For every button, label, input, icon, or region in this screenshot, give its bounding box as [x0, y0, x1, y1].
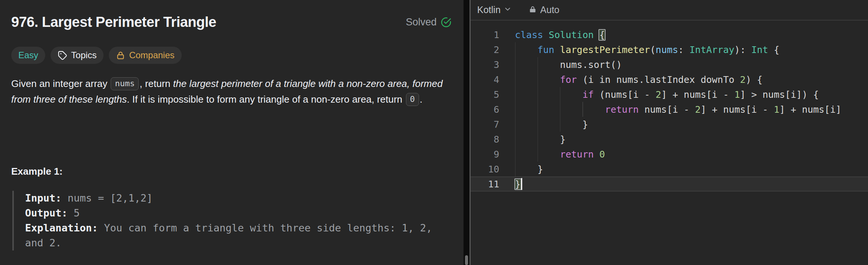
companies-button[interactable]: Companies — [109, 47, 181, 64]
line-number: 7 — [471, 119, 499, 130]
tag-icon — [58, 50, 67, 60]
description-text: , return — [139, 78, 173, 89]
example-input-value: nums = [2,1,2] — [62, 192, 153, 204]
indent-guide — [582, 102, 583, 117]
line-number: 9 — [471, 149, 499, 160]
code-lines: 1class Solution {2 fun largestPerimeter(… — [471, 27, 868, 191]
status-label: Solved — [406, 16, 437, 28]
page-title: 976. Largest Perimeter Triangle — [11, 14, 216, 30]
problem-description: Given an integer array nums, return the … — [11, 76, 457, 107]
code-editor[interactable]: 1class Solution {2 fun largestPerimeter(… — [471, 21, 868, 265]
code-text: } — [515, 134, 566, 145]
code-line[interactable]: 10 } — [471, 162, 868, 177]
line-number: 2 — [471, 44, 499, 55]
code-text: return 0 — [515, 149, 605, 160]
code-text: } — [515, 164, 543, 175]
code-text: return nums[i - 2] + nums[i - 1] + nums[… — [515, 104, 841, 115]
scrollbar-thumb[interactable] — [465, 255, 468, 265]
example-heading: Example 1: — [11, 166, 62, 177]
indent-guide — [560, 102, 561, 117]
topics-button[interactable]: Topics — [50, 47, 104, 64]
line-number: 10 — [471, 164, 499, 175]
lock-icon — [529, 4, 536, 15]
line-number: 4 — [471, 74, 499, 85]
language-selector[interactable]: Kotlin — [477, 4, 512, 15]
indent-guide — [538, 57, 538, 72]
indent-guide — [515, 42, 516, 57]
code-line[interactable]: 1class Solution { — [471, 27, 868, 42]
inline-code-zero: 0 — [406, 93, 419, 106]
code-text: for (i in nums.lastIndex downTo 2) { — [515, 74, 763, 85]
indent-guide — [538, 147, 538, 162]
problem-panel: 976. Largest Perimeter Triangle Solved E… — [0, 0, 464, 265]
chevron-down-icon — [504, 4, 512, 15]
tags-row: Easy Topics Companies — [11, 47, 182, 64]
code-text: if (nums[i - 2] + nums[i - 1] > nums[i])… — [515, 89, 819, 100]
indent-guide — [515, 147, 516, 162]
code-line[interactable]: 3 nums.sort() — [471, 57, 868, 72]
inline-code-nums: nums — [111, 77, 139, 90]
difficulty-label: Easy — [18, 50, 38, 60]
lock-icon — [116, 51, 125, 60]
status-badge[interactable]: Solved — [406, 16, 452, 28]
indent-guide — [560, 117, 561, 132]
problem-header: 976. Largest Perimeter Triangle Solved — [11, 14, 452, 30]
editor-panel: Kotlin Auto 1class Solution {2 fun large… — [471, 0, 868, 265]
companies-label: Companies — [129, 50, 174, 60]
language-label: Kotlin — [477, 4, 501, 15]
code-text: nums.sort() — [515, 59, 622, 70]
indent-guide — [538, 117, 538, 132]
difficulty-badge-easy[interactable]: Easy — [11, 47, 45, 64]
editor-header: Kotlin Auto — [471, 0, 868, 21]
indent-guide — [515, 132, 516, 147]
code-text: } — [515, 119, 588, 130]
indent-guide — [538, 87, 538, 102]
description-text: Given an integer array — [11, 78, 110, 89]
code-line[interactable]: 8 } — [471, 132, 868, 147]
panel-gutter — [464, 0, 470, 265]
example-explanation-label: Explanation: — [25, 222, 98, 234]
description-text: . If it is impossible to form any triang… — [127, 94, 405, 105]
code-line[interactable]: 4 for (i in nums.lastIndex downTo 2) { — [471, 72, 868, 87]
check-circle-icon — [441, 17, 452, 28]
code-text: class Solution { — [515, 29, 605, 40]
indent-guide — [515, 102, 516, 117]
line-number: 1 — [471, 29, 499, 40]
code-line[interactable]: 7 } — [471, 117, 868, 132]
code-line[interactable]: 2 fun largestPerimeter(nums: IntArray): … — [471, 42, 868, 57]
indent-guide — [515, 117, 516, 132]
code-line[interactable]: 9 return 0 — [471, 147, 868, 162]
example-output-value: 5 — [68, 207, 80, 219]
indent-guide — [560, 87, 561, 102]
code-line[interactable]: 11} — [471, 177, 868, 191]
line-number: 6 — [471, 104, 499, 115]
line-number: 11 — [471, 179, 499, 190]
example-output-label: Output: — [25, 207, 68, 219]
description-text: . — [420, 94, 422, 105]
auto-mode-toggle[interactable]: Auto — [529, 4, 559, 15]
example-block: Input: nums = [2,1,2] Output: 5 Explanat… — [12, 191, 453, 250]
line-number: 3 — [471, 59, 499, 70]
indent-guide — [538, 72, 538, 87]
indent-guide — [538, 102, 538, 117]
line-number: 8 — [471, 134, 499, 145]
indent-guide — [515, 87, 516, 102]
code-line[interactable]: 5 if (nums[i - 2] + nums[i - 1] > nums[i… — [471, 87, 868, 102]
topics-label: Topics — [71, 50, 96, 60]
code-line[interactable]: 6 return nums[i - 2] + nums[i - 1] + num… — [471, 102, 868, 117]
code-text: } — [515, 178, 522, 190]
indent-guide — [538, 132, 538, 147]
indent-guide — [515, 162, 516, 177]
example-input-label: Input: — [25, 192, 62, 204]
code-text: fun largestPerimeter(nums: IntArray): In… — [515, 44, 780, 55]
text-cursor — [521, 178, 522, 190]
auto-mode-label: Auto — [540, 4, 559, 15]
line-number: 5 — [471, 89, 499, 100]
indent-guide — [515, 72, 516, 87]
indent-guide — [515, 57, 516, 72]
